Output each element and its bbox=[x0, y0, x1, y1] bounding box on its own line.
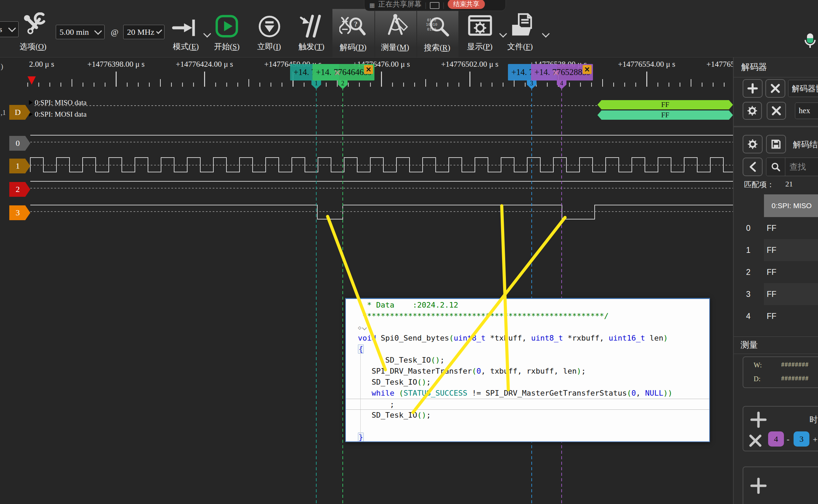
measure-button[interactable]: 测量(M) bbox=[381, 42, 409, 53]
ruler-time-label: +14776398.00 μ s bbox=[87, 60, 145, 69]
clipped-combo-value: s bbox=[0, 25, 6, 34]
result-row[interactable]: 4FF bbox=[734, 305, 818, 327]
ruler-time-label: +14776554.00 μ s bbox=[618, 60, 676, 69]
remove-format-button[interactable] bbox=[767, 102, 786, 120]
mode-icon[interactable] bbox=[172, 18, 198, 39]
immediate-icon[interactable] bbox=[257, 14, 281, 39]
chevron-down-icon[interactable] bbox=[203, 30, 211, 38]
divider: | bbox=[425, 1, 426, 9]
code-line: SD_Tesk_IO(); bbox=[346, 377, 709, 388]
add-measurement-icon[interactable] bbox=[750, 477, 767, 495]
save-results-button[interactable] bbox=[766, 135, 786, 153]
width-value: ######## bbox=[781, 361, 809, 368]
result-row[interactable]: 2FF bbox=[734, 261, 818, 283]
results-column-header[interactable]: 0:SPI: MISO bbox=[764, 194, 818, 217]
chevron-down-icon bbox=[156, 28, 162, 34]
decode-icon[interactable]: ? bbox=[339, 13, 368, 38]
monitor-icon[interactable] bbox=[430, 2, 439, 9]
code-line: * Data :2024.2.12 bbox=[346, 300, 709, 311]
end-share-button[interactable]: 结束共享 bbox=[448, 0, 485, 9]
remove-decoder-button[interactable] bbox=[765, 79, 785, 98]
results-header-text: 0:SPI: MISO bbox=[772, 202, 812, 210]
width-label: W: bbox=[754, 361, 762, 369]
search-binary-icon[interactable]: 0100100100100 bbox=[424, 12, 452, 38]
marker-chip-4[interactable]: 4 bbox=[768, 431, 784, 447]
logic-analyzer-window: 2.00 μ s+14776398.00 μ s+14776424.00 μ s… bbox=[0, 0, 818, 504]
trigger-icon[interactable] bbox=[299, 14, 325, 39]
display-button[interactable]: 显示(P) bbox=[467, 41, 492, 52]
time-measure-label: 时间 bbox=[809, 414, 818, 425]
ruler-time-label: 2.00 μ s bbox=[29, 60, 54, 69]
find-box[interactable]: 查找 bbox=[766, 158, 818, 176]
decoder-settings-button[interactable] bbox=[743, 102, 762, 120]
close-marker-icon[interactable]: ✕ bbox=[364, 65, 373, 74]
marker-chip-3[interactable]: 3 bbox=[794, 431, 809, 447]
ruler-time-label: +14776424.00 μ s bbox=[176, 60, 233, 69]
sample-rate-select[interactable]: 20 MHz bbox=[123, 25, 164, 39]
find-placeholder: 查找 bbox=[785, 161, 806, 172]
capture-duration-select[interactable]: 5.00 min bbox=[56, 25, 105, 39]
sample-rate-value: 20 MHz bbox=[127, 28, 154, 37]
code-lines: * Data :2024.2.12 **********************… bbox=[346, 300, 709, 442]
result-row[interactable]: 0FF bbox=[734, 217, 818, 239]
search-icon[interactable] bbox=[766, 158, 785, 176]
at-separator: @ bbox=[111, 28, 118, 37]
start-icon[interactable] bbox=[214, 14, 240, 39]
time-marker-flag[interactable]: +14. 77646465s✕✕ bbox=[312, 64, 374, 81]
share-status-text: 正在共享屏幕 bbox=[378, 0, 422, 9]
delete-measurement-icon[interactable] bbox=[748, 433, 763, 448]
result-row[interactable]: 1FF bbox=[734, 239, 818, 261]
decoded-byte[interactable]: FF bbox=[597, 110, 733, 120]
code-line bbox=[346, 421, 709, 432]
minus-sign: - bbox=[787, 435, 789, 444]
trigger-button[interactable]: 触发(T) bbox=[298, 41, 324, 52]
format-select[interactable]: hex bbox=[795, 103, 818, 119]
decoder-protocol-value: 解码器协议 bbox=[792, 83, 818, 94]
ghost-close-icon: ✕ bbox=[552, 65, 559, 81]
decoded-byte[interactable]: FF bbox=[597, 100, 733, 109]
results-settings-button[interactable] bbox=[743, 135, 763, 153]
chevron-down-icon[interactable] bbox=[499, 30, 507, 38]
time-measure-box: 时间 4 - 3 + bbox=[743, 406, 818, 451]
options-button[interactable]: 选项(O) bbox=[20, 41, 46, 52]
chevron-down-icon[interactable] bbox=[542, 30, 550, 38]
close-marker-icon[interactable]: ✕ bbox=[583, 65, 592, 74]
match-count: 21 bbox=[785, 180, 793, 189]
decoder-protocol-select[interactable]: 解码器协议 bbox=[788, 80, 818, 97]
match-label: 匹配项： bbox=[744, 180, 774, 190]
immediate-button[interactable]: 立即(I) bbox=[257, 41, 281, 52]
search-button[interactable]: 搜索(R) bbox=[424, 42, 450, 53]
time-marker-flag[interactable]: +14. 77652885s✕✕ bbox=[531, 64, 593, 81]
decoder-row-label: 0:SPI: MISO data bbox=[29, 98, 87, 107]
clipped-combo[interactable]: s bbox=[0, 21, 19, 37]
decode-button[interactable]: 解码(D) bbox=[340, 42, 366, 53]
code-line: ; bbox=[346, 399, 709, 410]
display-settings-icon[interactable] bbox=[467, 14, 493, 37]
results-label: 解码结果 bbox=[793, 139, 818, 150]
code-editor-window[interactable]: * Data :2024.2.12 **********************… bbox=[345, 298, 710, 442]
clipped-paren-fragment: ) bbox=[1, 62, 3, 71]
file-button[interactable]: 文件(F) bbox=[507, 41, 533, 52]
result-row[interactable]: 3FF bbox=[734, 283, 818, 305]
code-line: { bbox=[346, 344, 709, 355]
start-button[interactable]: 开始(S) bbox=[214, 41, 240, 52]
add-decoder-button[interactable] bbox=[743, 79, 763, 98]
measure-icon[interactable] bbox=[383, 12, 410, 38]
add-measurement-icon[interactable] bbox=[750, 411, 767, 429]
svg-text:?: ? bbox=[354, 20, 358, 28]
collapse-panel-button[interactable] bbox=[743, 158, 763, 176]
measure-values-box: W: ######## D: ######## bbox=[743, 356, 818, 388]
code-line: SD_Tesk_IO(); bbox=[346, 410, 709, 421]
file-icon[interactable] bbox=[509, 12, 535, 37]
mode-button[interactable]: 模式(E) bbox=[173, 41, 199, 52]
chevron-down-icon bbox=[94, 27, 102, 35]
tools-icon[interactable] bbox=[21, 12, 45, 36]
code-line: void Spi0_Send_bytes(uint8_t *txbuff, ui… bbox=[346, 333, 709, 344]
expand-arrow-icon[interactable] bbox=[29, 100, 33, 105]
screen-share-bar: ▦ 正在共享屏幕 | | 结束共享 bbox=[364, 0, 506, 11]
trigger-marker-icon bbox=[28, 76, 36, 85]
microphone-icon[interactable] bbox=[804, 32, 816, 50]
decoder-row-label: 0:SPI: MOSI data bbox=[29, 110, 87, 119]
measure-title: 测量 bbox=[741, 339, 758, 351]
capture-duration-value: 5.00 min bbox=[60, 28, 92, 37]
